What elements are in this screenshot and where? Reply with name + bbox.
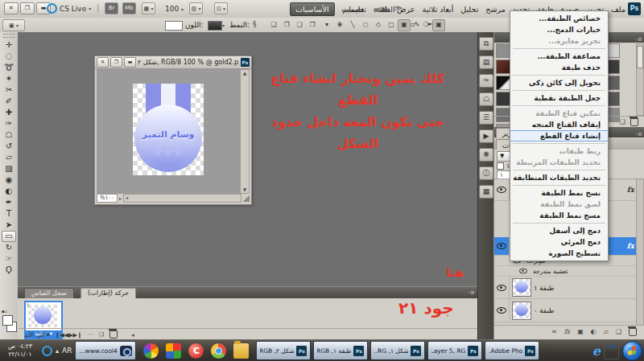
lasso-tool[interactable]: ➰ xyxy=(2,62,16,73)
paths-mode-icon[interactable]: ❍ xyxy=(419,19,432,31)
panel-menu-icon[interactable]: -≡ xyxy=(469,289,475,296)
visibility-toggle[interactable] xyxy=(494,237,510,255)
link-style-icon[interactable]: § xyxy=(253,20,257,28)
layer-row-layer0[interactable]: طبقة ٠ xyxy=(494,299,638,322)
layer-name[interactable]: طبقة ١ xyxy=(534,284,554,292)
tray-expand-icon[interactable]: ▴ xyxy=(56,347,59,355)
default-colors-icon[interactable]: ▪▫ xyxy=(2,309,7,314)
internet-explorer-icon[interactable]: e xyxy=(592,343,601,359)
taskbar-window-web[interactable]: ...www.cool4 xyxy=(75,341,136,360)
menu-item-5[interactable]: مرشح xyxy=(485,5,505,14)
taskbar-window-ps-3[interactable]: Layer 5, RG...Ps xyxy=(427,341,482,360)
move-tool[interactable]: ✛ xyxy=(2,39,16,51)
dodge-tool[interactable]: ◐ xyxy=(2,186,16,197)
context-menu-item-20[interactable]: نسخ نمط الطبقة xyxy=(510,187,608,199)
layer-row-layer1[interactable]: طبقة ١ xyxy=(494,277,638,299)
polygon-tool-icon[interactable]: ◇ xyxy=(372,19,385,31)
menu-item-6[interactable]: تحليل xyxy=(460,5,478,14)
tool-preset-picker[interactable]: ▣ ▾ xyxy=(2,19,25,31)
menu-item-7[interactable]: أبعاد ثلاثية xyxy=(422,5,453,14)
document-window[interactable]: ✕ ❐ ▬ شكل ٢, RGB/8 100 % @ gold2.psd * P… xyxy=(94,55,252,205)
document-canvas[interactable]: وسام التميز ☆☆☆ xyxy=(97,69,242,194)
layer-style-icon[interactable]: fx xyxy=(564,328,570,336)
taskbar-window-ps-4[interactable]: Adobe Pho...Ps xyxy=(485,341,539,360)
layer-style-picker[interactable] xyxy=(208,21,222,31)
new-group-icon[interactable]: ▱ xyxy=(604,328,609,336)
gradient-overlay-row[interactable]: تغشية متدرجة xyxy=(494,266,638,277)
bridge-button[interactable]: Br xyxy=(105,2,118,14)
actions-icon[interactable]: ▶ xyxy=(479,129,493,143)
restore-window-icon[interactable]: ❐ xyxy=(20,2,35,14)
context-menu-item-0[interactable]: خصائص الطبقة... xyxy=(510,13,608,24)
eye-icon[interactable] xyxy=(519,269,527,273)
menu-item-8[interactable]: عرض xyxy=(397,5,415,14)
tween-button[interactable]: ⋯ xyxy=(88,331,93,338)
scroll-left-icon[interactable]: ◂ xyxy=(131,331,134,338)
media-app-icon[interactable] xyxy=(166,343,181,359)
duplicate-frame-button[interactable]: ❏ xyxy=(99,331,104,338)
context-menu-item-21[interactable]: لصق نمط الطبقة xyxy=(510,199,608,210)
workspace-tab-0[interactable]: الأساسيات xyxy=(290,2,335,16)
delete-style-icon[interactable] xyxy=(630,118,638,126)
cs-live-button[interactable]: CS Live ▾ xyxy=(47,2,91,14)
layer-mask-icon[interactable]: ▣ xyxy=(577,328,584,336)
exclude-shape-icon[interactable]: ❒ xyxy=(306,19,319,31)
custom-shape-icon[interactable]: ❀ xyxy=(333,19,346,31)
info-icon[interactable]: ⓘ xyxy=(479,166,493,180)
rectangle-tool[interactable]: ▭ xyxy=(2,231,16,242)
menu-item-0[interactable]: ملف xyxy=(611,5,625,14)
visibility-toggle[interactable] xyxy=(494,277,510,298)
status-flyout-icon[interactable]: ▸ xyxy=(119,195,122,201)
quick-selection-tool[interactable]: ✶ xyxy=(2,73,16,84)
chrome-icon[interactable] xyxy=(211,343,226,359)
view-extras-button[interactable]: ▦ ▾ xyxy=(142,2,155,14)
tab-animation-frames[interactable]: حركة (إطارات) xyxy=(80,288,136,298)
context-menu-item-18[interactable]: تحديد الطبقات المتطابقة xyxy=(510,172,608,183)
taskbar-window-ps-1[interactable]: طبقة ١, RGB...Ps xyxy=(313,341,368,360)
context-menu-item-5[interactable]: حذف طبقة xyxy=(510,62,608,73)
styles-scrollbar[interactable] xyxy=(636,43,644,116)
subtract-shape-icon[interactable]: ❐ xyxy=(280,19,293,31)
panel-grip[interactable] xyxy=(3,34,14,38)
line-tool-icon[interactable]: ╲ xyxy=(346,19,359,31)
zoom-level-button[interactable]: 100 ▾ xyxy=(165,5,184,13)
tab-measurement-log[interactable]: سجل القياس xyxy=(24,288,74,298)
first-frame-button[interactable]: ❙◀ xyxy=(56,332,64,338)
paint-app-icon[interactable] xyxy=(143,343,159,359)
layer-thumbnail[interactable] xyxy=(512,302,531,320)
hand-tool[interactable]: ☞ xyxy=(2,253,16,265)
clone-stamp-tool[interactable]: ☖ xyxy=(2,129,16,141)
next-frame-button[interactable]: ▶❙ xyxy=(73,332,82,338)
new-style-icon[interactable]: ❏ xyxy=(620,118,625,126)
taskbar-window-ps-2[interactable]: شكل ١, RG...Ps xyxy=(370,341,425,360)
context-menu-item-13[interactable]: إنشاء قناع القطع xyxy=(510,130,608,142)
history-brush-tool[interactable]: ↺ xyxy=(2,141,16,152)
context-menu-item-2[interactable]: تحرير معايرة... xyxy=(510,35,608,47)
calculator-icon[interactable] xyxy=(604,343,619,359)
new-layer-icon[interactable]: ❏ xyxy=(616,328,621,336)
layer-name[interactable]: طبقة ٠ xyxy=(534,306,554,314)
tray-sync-icon[interactable] xyxy=(42,346,52,356)
horizontal-scrollbar[interactable]: ◂ xyxy=(123,194,242,203)
eyedropper-tool[interactable]: ✐ xyxy=(2,96,16,107)
doc-close-icon[interactable]: ✕ xyxy=(97,57,109,68)
context-menu-item-24[interactable]: دمج إلى أسفل xyxy=(510,225,608,236)
delete-frame-icon[interactable] xyxy=(109,330,118,338)
blur-tool[interactable]: ◉ xyxy=(2,174,16,186)
crop-tool[interactable]: ✂ xyxy=(2,84,16,96)
vertical-scrollbar[interactable]: ▲ ▼ xyxy=(240,69,250,194)
healing-brush-tool[interactable]: ✚ xyxy=(2,107,16,118)
close-window-icon[interactable]: ✕ xyxy=(4,2,19,14)
brush-presets-icon[interactable]: ✑ xyxy=(479,74,493,88)
ellipse-tool-icon[interactable]: ○ xyxy=(359,19,372,31)
scroll-down-icon[interactable]: ▼ xyxy=(241,187,249,192)
context-menu-item-16[interactable]: تحديد الطبقات المرتبطة xyxy=(510,157,608,168)
adjustment-layer-icon[interactable]: ◐ xyxy=(591,328,597,336)
screen-mode-button[interactable]: ⊡ ▾ xyxy=(214,2,228,14)
zoom-tool[interactable]: Ϙ xyxy=(2,265,16,276)
fx-badge[interactable]: fx xyxy=(627,242,634,250)
context-menu-item-1[interactable]: خيارات الدمج... xyxy=(510,24,608,35)
context-menu-item-22[interactable]: مسح نمط الطبقة xyxy=(510,210,608,221)
gradient-tool[interactable]: ▨ xyxy=(2,163,16,174)
doc-minimize-icon[interactable]: ▬ xyxy=(124,57,136,68)
